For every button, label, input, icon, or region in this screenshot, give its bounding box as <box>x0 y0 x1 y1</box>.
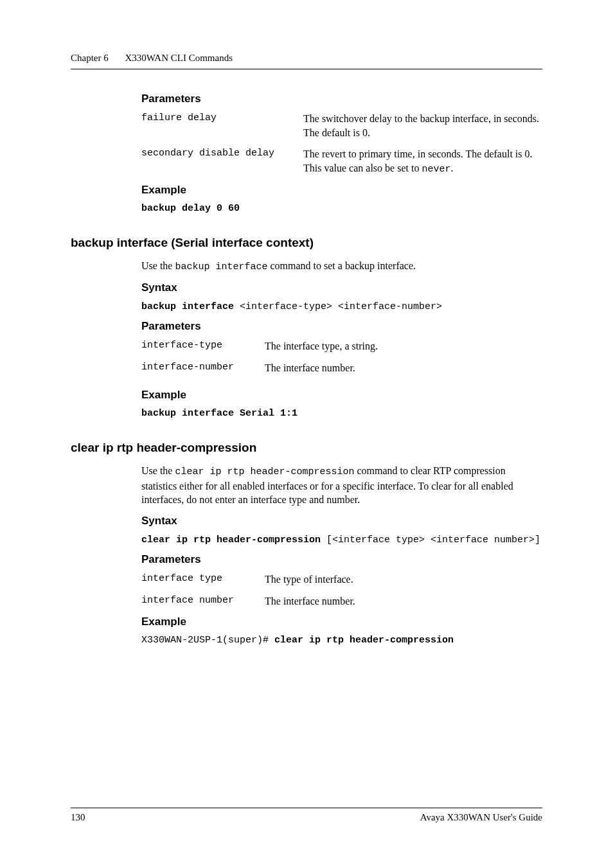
syntax-line: clear ip rtp header-compression [<interf… <box>141 534 542 545</box>
page-number: 130 <box>71 812 85 823</box>
example-prompt: X330WAN-2USP-1(super)# <box>141 635 274 646</box>
syntax-heading: Syntax <box>141 515 542 527</box>
intro-code: backup interface <box>175 261 267 272</box>
intro-pre: Use the <box>141 260 175 271</box>
param-desc-text: The revert to primary time, in seconds. … <box>303 148 533 173</box>
example-cmd: clear ip rtp header-compression <box>274 635 454 646</box>
syntax-rest: <interface-type> <interface-number> <box>234 301 442 312</box>
example-heading: Example <box>141 184 542 197</box>
param-desc-text2: . <box>450 163 453 173</box>
param-row: interface type The type of interface. <box>141 572 542 587</box>
param-row: failure delay The switchover delay to th… <box>141 112 542 139</box>
section-heading: clear ip rtp header-compression <box>71 441 542 455</box>
footer-title: Avaya X330WAN User's Guide <box>420 812 542 823</box>
chapter-title: X330WAN CLI Commands <box>125 53 233 63</box>
page-header: Chapter 6 X330WAN CLI Commands <box>71 53 542 69</box>
param-name: interface-type <box>141 339 265 353</box>
param-desc: The switchover delay to the backup inter… <box>303 112 542 139</box>
page-footer: 130 Avaya X330WAN User's Guide <box>71 808 542 823</box>
param-desc: The interface number. <box>265 361 542 375</box>
param-name: interface type <box>141 572 265 587</box>
param-name: interface number <box>141 594 265 608</box>
param-row: interface number The interface number. <box>141 594 542 608</box>
param-desc: The type of interface. <box>265 572 542 587</box>
example-line: X330WAN-2USP-1(super)# clear ip rtp head… <box>141 635 542 646</box>
example-heading: Example <box>141 389 542 402</box>
intro-post: command to set a backup interface. <box>267 260 416 271</box>
example-code: backup delay 0 60 <box>141 203 542 214</box>
param-name: secondary disable delay <box>141 147 303 176</box>
parameters-heading: Parameters <box>141 553 542 566</box>
param-row: interface-type The interface type, a str… <box>141 339 542 353</box>
param-desc: The revert to primary time, in seconds. … <box>303 147 542 176</box>
param-row: secondary disable delay The revert to pr… <box>141 147 542 176</box>
intro-text: Use the backup interface command to set … <box>141 259 542 274</box>
syntax-bold: backup interface <box>141 301 234 312</box>
param-desc: The interface number. <box>265 594 542 608</box>
param-name: interface-number <box>141 361 265 375</box>
parameters-heading: Parameters <box>141 320 542 333</box>
example-heading: Example <box>141 616 542 628</box>
param-row: interface-number The interface number. <box>141 361 542 375</box>
intro-text: Use the clear ip rtp header-compression … <box>141 464 542 506</box>
param-desc-code: never <box>422 164 450 175</box>
intro-pre: Use the <box>141 465 175 476</box>
syntax-bold: clear ip rtp header-compression <box>141 535 321 545</box>
param-name: failure delay <box>141 112 303 139</box>
chapter-label: Chapter 6 <box>71 53 109 63</box>
section-heading: backup interface (Serial interface conte… <box>71 236 542 250</box>
example-code: backup interface Serial 1:1 <box>141 408 542 419</box>
syntax-line: backup interface <interface-type> <inter… <box>141 301 542 312</box>
intro-code: clear ip rtp header-compression <box>175 466 354 477</box>
parameters-heading: Parameters <box>141 93 542 105</box>
syntax-heading: Syntax <box>141 281 542 294</box>
syntax-rest: [<interface type> <interface number>] <box>321 535 540 545</box>
param-desc: The interface type, a string. <box>265 339 542 353</box>
